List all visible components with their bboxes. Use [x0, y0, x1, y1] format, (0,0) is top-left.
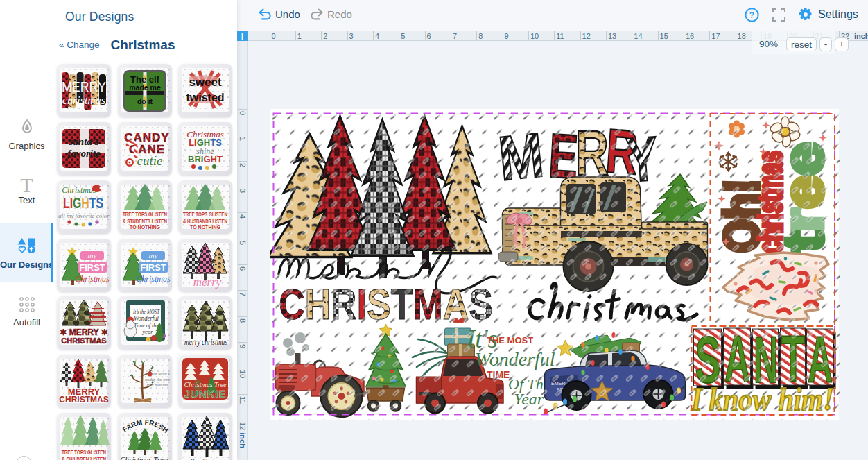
svg-text:my: my: [148, 251, 157, 259]
svg-text:Christmas: Christmas: [75, 274, 110, 284]
svg-text:✶ MERRY ✶: ✶ MERRY ✶: [60, 327, 107, 337]
svg-text:& HUSBANDS LISTEN: & HUSBANDS LISTEN: [183, 217, 227, 225]
svg-text:It’s the MOST: It’s the MOST: [132, 308, 160, 315]
svg-text:favorite: favorite: [67, 148, 101, 159]
svg-text:CHRISTMAS: CHRISTMAS: [61, 337, 106, 345]
svg-text:merry christmas: merry christmas: [184, 337, 227, 347]
svg-text:& STUDENTS LISTEN: & STUDENTS LISTEN: [123, 217, 167, 225]
svg-text:merry: merry: [193, 275, 222, 289]
svg-text:Christmas: Christmas: [62, 185, 96, 195]
svg-text:Christmas Trees: Christmas Trees: [120, 455, 169, 460]
svg-text:sweet: sweet: [189, 76, 222, 89]
svg-text:that matters: that matters: [146, 382, 168, 387]
svg-text:— TO NOTHING —: — TO NOTHING —: [184, 225, 227, 230]
svg-text:all my favorite color: all my favorite color: [58, 212, 110, 219]
svg-text:Wonderful: Wonderful: [134, 315, 159, 322]
svg-text:Merry Christmas: Merry Christmas: [190, 457, 221, 460]
svg-text:do it: do it: [137, 97, 153, 105]
svg-text:my: my: [88, 251, 97, 259]
svg-text:?: ?: [749, 10, 754, 20]
svg-text:CHRISTMAS: CHRISTMAS: [59, 395, 108, 404]
svg-text:BRIGHT: BRIGHT: [188, 154, 223, 164]
svg-text:— TO NOTHING —: — TO NOTHING —: [123, 225, 166, 230]
svg-text:santa’s: santa’s: [68, 136, 98, 147]
svg-text:under the tree: under the tree: [144, 377, 169, 382]
svg-text:made me: made me: [129, 83, 161, 92]
svg-text:& CHILDREN LISTEN: & CHILDREN LISTEN: [62, 455, 106, 460]
svg-text:JUNKIE: JUNKIE: [184, 388, 226, 400]
svg-text:christmas: christmas: [62, 94, 105, 106]
svg-text:MERRY: MERRY: [62, 78, 106, 94]
svg-text:year: year: [141, 328, 153, 335]
svg-text:it’s not what’s: it’s not what’s: [145, 371, 170, 376]
svg-text:FIRST: FIRST: [140, 262, 166, 273]
svg-text:Christmas: Christmas: [136, 274, 171, 284]
svg-text:twisted: twisted: [186, 92, 224, 103]
svg-text:LIGHTS: LIGHTS: [63, 194, 103, 212]
svg-text:cutie: cutie: [137, 153, 162, 168]
svg-text:FIRST: FIRST: [79, 262, 105, 273]
